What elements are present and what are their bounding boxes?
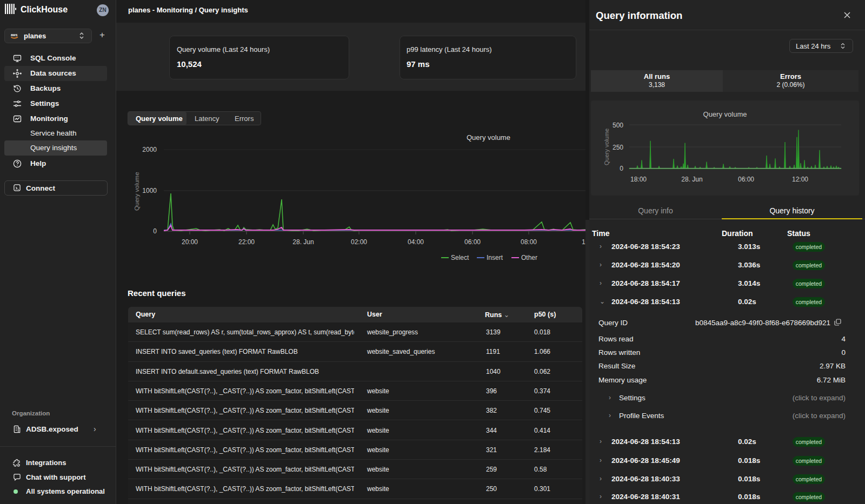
svg-text:12:00: 12:00 xyxy=(792,176,808,183)
svg-text:500: 500 xyxy=(613,122,623,129)
svg-text:02:00: 02:00 xyxy=(351,238,367,246)
svg-text:250: 250 xyxy=(613,144,623,151)
svg-text:04:00: 04:00 xyxy=(408,238,424,246)
svg-text:22:00: 22:00 xyxy=(238,238,255,246)
svg-text:0: 0 xyxy=(153,227,157,235)
svg-text:2000: 2000 xyxy=(142,146,157,153)
svg-text:06:00: 06:00 xyxy=(738,176,754,183)
svg-text:28. Jun: 28. Jun xyxy=(292,238,314,246)
svg-text:20:00: 20:00 xyxy=(182,238,198,246)
svg-text:Select: Select xyxy=(451,254,469,261)
svg-text:06:00: 06:00 xyxy=(464,238,481,246)
svg-text:1000: 1000 xyxy=(142,187,157,194)
svg-text:aws: aws xyxy=(11,33,18,37)
svg-text:28. Jun: 28. Jun xyxy=(681,176,702,183)
svg-text:08:00: 08:00 xyxy=(521,238,537,246)
svg-text:0: 0 xyxy=(620,165,623,172)
svg-text:Other: Other xyxy=(521,254,537,261)
svg-text:Insert: Insert xyxy=(487,254,503,261)
svg-text:18:00: 18:00 xyxy=(630,176,647,183)
